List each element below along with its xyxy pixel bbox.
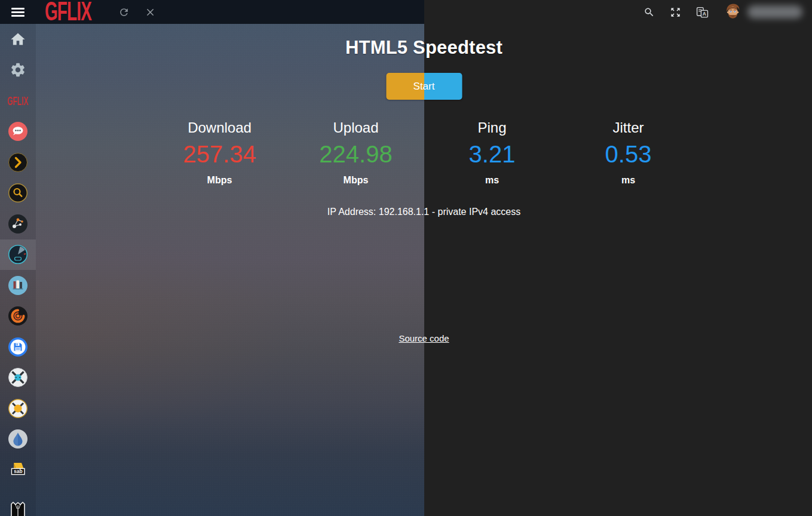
download-label: Download bbox=[152, 119, 288, 136]
plex-icon bbox=[8, 152, 28, 173]
app-sidebar: GFLIX bbox=[0, 24, 36, 516]
sonarr-icon bbox=[8, 367, 28, 388]
jitter-value: 0.53 bbox=[560, 141, 697, 167]
speedtest-frame: HTML5 Speedtest Start Download 257.34 Mb… bbox=[36, 24, 812, 516]
user-menu[interactable] bbox=[724, 2, 802, 23]
hamburger-menu-icon[interactable] bbox=[11, 8, 24, 17]
sidebar-item-backup[interactable] bbox=[0, 331, 36, 363]
sidebar-item-sabnzbd[interactable]: sab bbox=[0, 454, 36, 486]
brand-logo[interactable]: GFLIX bbox=[45, 0, 91, 24]
sidebar-item-plex[interactable] bbox=[0, 147, 36, 178]
topbar-actions: A bbox=[644, 0, 812, 24]
sidebar-item-jackett[interactable] bbox=[0, 486, 36, 516]
sidebar-item-gflix[interactable]: GFLIX bbox=[0, 85, 36, 116]
home-icon bbox=[10, 31, 26, 48]
sidebar-item-grafana[interactable] bbox=[0, 301, 36, 332]
sidebar-item-network-map[interactable] bbox=[0, 208, 36, 239]
download-unit: Mbps bbox=[152, 175, 288, 186]
close-tab-icon[interactable] bbox=[145, 7, 155, 17]
chat-bubble-icon bbox=[8, 121, 28, 142]
books-icon bbox=[8, 275, 28, 296]
avatar[interactable] bbox=[724, 2, 742, 23]
sidebar-item-sonarr[interactable] bbox=[0, 363, 36, 394]
stat-jitter: Jitter 0.53 ms bbox=[560, 119, 697, 186]
network-nodes-icon bbox=[8, 214, 28, 234]
grafana-icon bbox=[8, 306, 28, 326]
water-drop-icon bbox=[8, 429, 28, 449]
svg-text:sab: sab bbox=[14, 468, 23, 474]
download-value: 257.34 bbox=[152, 141, 288, 167]
sidebar-item-speedtest[interactable] bbox=[0, 239, 36, 271]
jitter-label: Jitter bbox=[560, 119, 697, 136]
speedtest-results: Download 257.34 Mbps Upload 224.98 Mbps … bbox=[152, 119, 697, 186]
upload-label: Upload bbox=[288, 119, 424, 136]
gflix-text-icon: GFLIX bbox=[7, 94, 28, 108]
ping-value: 3.21 bbox=[424, 141, 560, 167]
ip-address-line: IP Address: 192.168.1.1 - private IPv4 a… bbox=[36, 207, 812, 217]
sabnzbd-icon: sab bbox=[8, 460, 28, 480]
sidebar-item-settings[interactable] bbox=[0, 55, 36, 86]
sidebar-item-radarr[interactable] bbox=[0, 393, 36, 424]
speedtest-gauge-icon bbox=[8, 244, 28, 265]
app-window: GFLIX A bbox=[0, 0, 812, 516]
sidebar-item-chat[interactable] bbox=[0, 116, 36, 148]
source-code-link[interactable]: Source code bbox=[399, 333, 449, 343]
sidebar-item-deluge[interactable] bbox=[0, 424, 36, 455]
stat-download: Download 257.34 Mbps bbox=[152, 119, 288, 186]
radarr-icon bbox=[8, 398, 28, 419]
fullscreen-icon[interactable] bbox=[670, 7, 681, 18]
jacket-icon bbox=[8, 500, 28, 516]
language-icon[interactable]: A bbox=[696, 6, 709, 19]
stat-ping: Ping 3.21 ms bbox=[424, 119, 560, 186]
upload-value: 224.98 bbox=[288, 141, 424, 167]
svg-text:A: A bbox=[703, 10, 706, 16]
gold-magnifier-icon bbox=[8, 183, 28, 203]
start-button[interactable]: Start bbox=[386, 73, 462, 100]
sidebar-item-bookstack[interactable] bbox=[0, 270, 36, 301]
username-redacted[interactable] bbox=[747, 5, 802, 19]
refresh-tab-icon[interactable] bbox=[118, 7, 130, 18]
ping-label: Ping bbox=[424, 119, 560, 136]
sidebar-item-indexer-search[interactable] bbox=[0, 178, 36, 209]
topbar: GFLIX bbox=[0, 0, 424, 24]
stat-upload: Upload 224.98 Mbps bbox=[288, 119, 424, 186]
floppy-disk-icon bbox=[8, 337, 28, 357]
upload-unit: Mbps bbox=[288, 175, 424, 186]
gear-icon bbox=[10, 62, 26, 78]
ping-unit: ms bbox=[424, 175, 560, 186]
jitter-unit: ms bbox=[560, 175, 697, 186]
search-icon[interactable] bbox=[644, 7, 655, 18]
sidebar-item-home[interactable] bbox=[0, 24, 36, 55]
page-title: HTML5 Speedtest bbox=[36, 37, 812, 59]
